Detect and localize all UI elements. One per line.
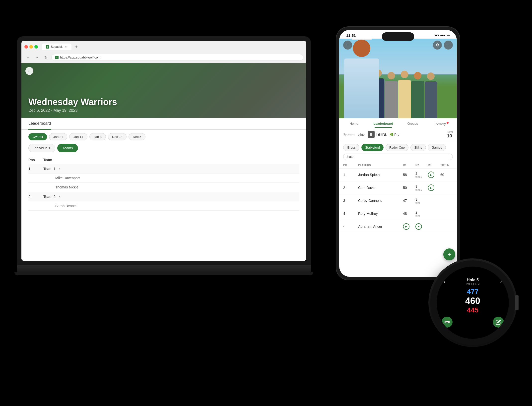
watch-edit-button[interactable]	[493, 317, 504, 328]
game-filters: Gross Stableford Ryder Cup Skins Games	[339, 141, 457, 154]
player-pos: 1	[343, 173, 351, 177]
sponsor-proline: oline	[358, 133, 364, 136]
app-back-button[interactable]: ←	[25, 67, 33, 75]
play-button[interactable]: ▶	[428, 184, 434, 191]
browser-tab[interactable]: S Squabbit ×	[42, 44, 71, 50]
filter-jan14[interactable]: Jan 14	[69, 133, 87, 140]
player-pos: 2	[343, 186, 351, 190]
table-row: - Abraham Ancer ▶ ▶	[339, 220, 457, 233]
phone-back-button[interactable]: ←	[343, 41, 352, 50]
fab-add-button[interactable]: +	[443, 248, 455, 260]
status-time: 11:51	[346, 33, 356, 38]
filter-dec23[interactable]: Dec 23	[108, 133, 127, 140]
traffic-light-minimize[interactable]	[29, 45, 33, 49]
watch-next-hole[interactable]: ›	[498, 278, 504, 285]
watch-hole-name: Hole 5	[466, 278, 480, 282]
member-name: Sarah Bennet	[48, 204, 299, 208]
r2-thru: thru	[415, 201, 428, 204]
col-r3: R3	[428, 164, 440, 167]
wifi-icon: ▾▾▾	[434, 34, 439, 37]
laptop: S Squabbit × + ← → ↻ S https://app.squab…	[17, 36, 311, 335]
filter-dec5[interactable]: Dec 5	[129, 133, 145, 140]
filter-jan8[interactable]: Jan 8	[89, 133, 106, 140]
table-row[interactable]: 2 Team 2 ∧	[28, 192, 299, 201]
phone-screen: 11:51 ▾▾▾ ●●● ▬	[339, 30, 457, 277]
col-r2: R2	[415, 164, 428, 167]
leaderboard-tab-bar: Leaderboard	[21, 118, 306, 130]
refresh-button[interactable]: ↻	[42, 54, 49, 61]
table-row: Thomas Nickle	[28, 183, 299, 192]
watch-distances: 477 460 445	[465, 288, 480, 314]
filter-jan21[interactable]: Jan 21	[49, 133, 67, 140]
watch-prev-hole[interactable]: ‹	[442, 278, 447, 285]
nav-tab-activity[interactable]: Activity	[427, 118, 457, 128]
sponsor-score: 10	[447, 133, 453, 139]
type-individuals[interactable]: Individuals	[28, 144, 55, 152]
phone: 11:51 ▾▾▾ ●●● ▬	[336, 26, 460, 280]
play-button-2[interactable]: ▶	[415, 223, 422, 230]
filter-rydercup[interactable]: Ryder Cup	[386, 144, 408, 151]
table-row[interactable]: 1 Team 1 ∧	[28, 164, 299, 174]
r2-thru: thru 1	[415, 175, 428, 178]
type-teams[interactable]: Teams	[57, 144, 78, 152]
nav-tab-home[interactable]: Home	[339, 118, 369, 128]
filter-overall[interactable]: Overall	[28, 133, 47, 140]
col-spacer	[351, 164, 358, 167]
r1-score: 50	[403, 186, 415, 190]
row-pos: 2	[28, 194, 43, 199]
filter-games[interactable]: Games	[428, 144, 446, 151]
sponsor-terra: ⊞ Terra	[368, 131, 387, 138]
r1-score: 48	[403, 212, 415, 216]
browser-nav: ← → ↻ S https://app.squabbitgolf.com	[24, 53, 303, 63]
watch-hole-info: Par 5 | SI 2	[466, 282, 480, 285]
filter-stableford[interactable]: Stableford	[361, 144, 384, 151]
traffic-light-close[interactable]	[24, 45, 28, 49]
filter-row: Overall Jan 21 Jan 14 Jan 8 Dec 23 Dec 5	[21, 130, 306, 144]
back-button[interactable]: ←	[24, 54, 31, 61]
watch-hole-nav: ‹ Hole 5 Par 5 | SI 2 ›	[442, 278, 504, 285]
play-button[interactable]: ▶	[403, 223, 409, 230]
leaderboard-tab[interactable]: Leaderboard	[28, 118, 51, 129]
phone-top-bar: ← ⚙ ···	[339, 41, 457, 50]
col-tot: TOT ⇅	[440, 164, 453, 167]
filter-gross[interactable]: Gross	[343, 144, 359, 151]
tab-favicon: S	[46, 45, 49, 49]
filter-skins[interactable]: Skins	[410, 144, 426, 151]
app-content: ← Wednesday Warriors Dec 6, 2022 - May 1…	[21, 63, 306, 261]
player-name: Cam Davis	[358, 186, 403, 190]
signal-icon: ●●●	[440, 34, 446, 37]
leaderboard-table: Pos Team 1 Team 1 ∧ Mike Davenport	[21, 156, 306, 211]
phone-more-button[interactable]: ···	[444, 41, 453, 50]
col-team: Team	[43, 158, 299, 162]
nav-tab-leaderboard[interactable]: Leaderboard	[369, 118, 398, 128]
play-button[interactable]: ▶	[428, 172, 434, 178]
activity-notification-dot	[447, 122, 449, 124]
player-name: Jordan Spieth	[358, 173, 403, 177]
tab-new-button[interactable]: +	[72, 43, 80, 51]
sponsors-row: Sponsors oline ⊞ Terra 🌿 Pro Total 10	[339, 128, 457, 141]
table-row: 3 Corey Conners 47 3 thru	[339, 194, 457, 207]
stats-pill[interactable]: Stats	[343, 154, 453, 160]
nav-tab-groups[interactable]: Groups	[398, 118, 427, 128]
col-pos: Pos	[28, 158, 43, 162]
address-bar[interactable]: S https://app.squabbitgolf.com	[51, 54, 303, 61]
r2-thru: thru	[415, 214, 428, 217]
watch-measure-button[interactable]	[442, 317, 453, 328]
r2-score: 2	[415, 172, 428, 175]
total-label: Total	[447, 130, 453, 133]
player-name: Abraham Ancer	[358, 225, 403, 229]
sponsor-pro: 🌿 Pro	[390, 133, 399, 136]
forward-button[interactable]: →	[33, 54, 40, 61]
terra-icon: ⊞	[368, 131, 375, 138]
battery-icon: ▬	[447, 34, 450, 37]
r2-score: 3	[415, 184, 428, 188]
league-dates: Dec 6, 2022 - May 19, 2023	[28, 108, 117, 113]
phone-settings-button[interactable]: ⚙	[433, 41, 442, 50]
tab-close-button[interactable]: ×	[64, 45, 67, 49]
tab-title: Squabbit	[51, 45, 63, 49]
r2-thru: thru 1	[415, 188, 428, 191]
row-name: Team 2 ∧	[43, 194, 299, 199]
address-url: https://app.squabbitgolf.com	[60, 56, 101, 59]
phone-bottom-nav: Home Leaderboard Groups Activity	[339, 118, 457, 128]
traffic-light-maximize[interactable]	[34, 45, 38, 49]
